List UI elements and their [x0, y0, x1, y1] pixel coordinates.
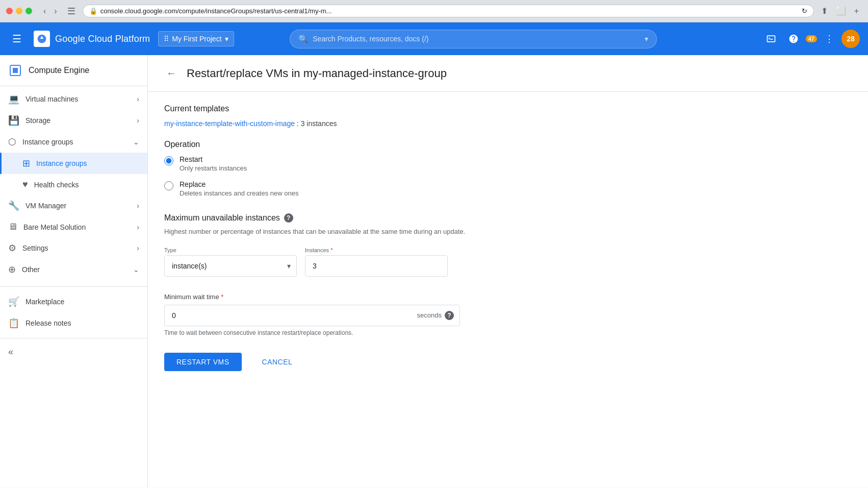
browser-actions: ⬆ ⬜ +: [818, 4, 862, 18]
project-name: My First Project: [172, 35, 221, 43]
replace-label[interactable]: Replace: [180, 180, 206, 188]
sidebar-item-label: Instance groups: [22, 138, 73, 146]
wait-time-suffix-text: seconds: [417, 311, 442, 319]
restart-option: Restart Only restarts instances: [164, 155, 621, 172]
type-select[interactable]: instance(s) %: [164, 255, 297, 277]
sidebar-item-label: Bare Metal Solution: [23, 223, 86, 231]
restart-vms-button[interactable]: RESTART VMS: [164, 353, 242, 371]
release-notes-icon: 📋: [8, 318, 19, 329]
template-info: my-instance-template-with-custom-image :…: [164, 119, 621, 128]
url-bar[interactable]: 🔒 console.cloud.google.com/compute/insta…: [83, 5, 814, 17]
sidebar-item-marketplace[interactable]: 🛒 Marketplace: [0, 291, 147, 312]
type-select-wrapper: instance(s) % ▾: [164, 255, 297, 277]
sidebar-item-settings[interactable]: ⚙ Settings ›: [0, 237, 147, 259]
health-checks-icon: ♥: [22, 179, 28, 190]
bare-metal-icon: 🖥: [8, 222, 17, 232]
back-button[interactable]: ‹: [40, 6, 49, 17]
operation-radio-group: Restart Only restarts instances Replace …: [164, 155, 621, 197]
sidebar-item-instance-groups-parent[interactable]: ⬡ Instance groups ⌄: [0, 131, 147, 153]
sidebar-toggle-button[interactable]: ☰: [64, 5, 79, 18]
sidebar-header: Compute Engine: [0, 55, 147, 86]
more-options-button[interactable]: ⋮: [819, 29, 839, 49]
sidebar-item-label: Other: [22, 265, 40, 274]
sidebar-item-health-checks[interactable]: ♥ Health checks: [0, 174, 147, 195]
forward-button[interactable]: ›: [51, 6, 60, 17]
sidebar-divider: [0, 286, 147, 287]
instances-field-group: Instances *: [305, 247, 448, 277]
project-dots-icon: ⠿: [164, 35, 169, 43]
sidebar-item-label: Release notes: [25, 319, 71, 327]
max-unavailable-help-icon[interactable]: ?: [284, 213, 293, 223]
operation-section: Operation Restart Only restarts instance…: [164, 140, 621, 197]
hamburger-menu-button[interactable]: ☰: [8, 29, 25, 49]
chevron-down-icon: ›: [137, 202, 139, 210]
app-layout: Compute Engine 💻 Virtual machines › 💾 St…: [0, 55, 868, 487]
sidebar-item-release-notes[interactable]: 📋 Release notes: [0, 312, 147, 334]
restart-radio[interactable]: [164, 156, 173, 165]
wait-time-help-icon[interactable]: ?: [445, 311, 454, 320]
chevron-down-icon: ›: [137, 95, 139, 103]
sidebar-item-storage[interactable]: 💾 Storage ›: [0, 110, 147, 131]
search-bar[interactable]: 🔍 Search Products, resources, docs (/) ▾: [290, 30, 657, 48]
lock-icon: 🔒: [89, 7, 97, 15]
cloud-shell-button[interactable]: [761, 29, 781, 49]
current-templates-section: Current templates my-instance-template-w…: [164, 104, 621, 128]
back-button[interactable]: ←: [164, 65, 178, 81]
max-unavailable-form-row: Type instance(s) % ▾ Instances: [164, 247, 621, 277]
vm-icon: 💻: [8, 93, 19, 105]
instance-groups-sub-icon: ⊞: [22, 158, 30, 169]
extensions-button[interactable]: ⬜: [833, 4, 849, 18]
sidebar-collapse-button[interactable]: «: [0, 343, 147, 361]
google-cloud-icon: [34, 31, 50, 47]
replace-option: Replace Deletes instances and creates ne…: [164, 180, 621, 197]
max-unavailable-heading: Maximum unavailable instances: [164, 213, 280, 223]
brand-name: Google Cloud Platform: [55, 34, 150, 44]
sidebar-item-label: Settings: [22, 244, 48, 252]
marketplace-icon: 🛒: [8, 296, 19, 307]
project-selector[interactable]: ⠿ My First Project ▾: [158, 31, 234, 46]
sidebar-item-label: Storage: [25, 116, 50, 125]
wait-time-label: Minimum wait time *: [164, 293, 621, 301]
replace-radio[interactable]: [164, 181, 173, 190]
close-window-button[interactable]: [6, 8, 13, 14]
max-unavailable-heading-row: Maximum unavailable instances ?: [164, 213, 621, 223]
top-nav: ☰ Google Cloud Platform ⠿ My First Proje…: [0, 22, 868, 55]
browser-chrome: ‹ › ☰ 🔒 console.cloud.google.com/compute…: [0, 0, 868, 22]
restart-label[interactable]: Restart: [180, 155, 202, 163]
sidebar-product-name: Compute Engine: [29, 66, 89, 75]
nav-actions: 47 ⋮ 28: [761, 29, 860, 49]
page-title: Restart/replace VMs in my-managed-instan…: [187, 67, 447, 80]
template-suffix: : 3 instances: [297, 119, 337, 128]
add-tab-button[interactable]: +: [851, 5, 862, 18]
maximize-window-button[interactable]: [25, 8, 32, 14]
sidebar-footer-divider: [0, 338, 147, 338]
sidebar-item-label: Instance groups: [36, 159, 87, 167]
refresh-icon[interactable]: ↻: [802, 7, 807, 15]
avatar[interactable]: 28: [841, 30, 860, 48]
vm-manager-icon: 🔧: [8, 200, 19, 211]
notifications-badge[interactable]: 47: [806, 35, 817, 42]
sidebar-item-instance-groups[interactable]: ⊞ Instance groups: [0, 153, 147, 174]
minimize-window-button[interactable]: [16, 8, 22, 14]
instances-input[interactable]: [305, 255, 448, 277]
other-icon: ⊕: [8, 264, 16, 275]
search-icon: 🔍: [298, 34, 309, 44]
sidebar-item-other[interactable]: ⊕ Other ⌄: [0, 259, 147, 280]
sidebar-section-main: 💻 Virtual machines › 💾 Storage › ⬡ Insta…: [0, 86, 147, 282]
form-content: Current templates my-instance-template-w…: [148, 92, 637, 383]
browser-nav: ‹ ›: [40, 6, 60, 17]
cancel-button[interactable]: CANCEL: [250, 353, 305, 371]
url-text: console.cloud.google.com/compute/instanc…: [100, 7, 799, 15]
sidebar-item-virtual-machines[interactable]: 💻 Virtual machines ›: [0, 88, 147, 110]
chevron-down-icon: ›: [137, 244, 139, 252]
help-button[interactable]: [783, 29, 804, 49]
search-placeholder-text: Search Products, resources, docs (/): [313, 35, 641, 43]
template-link[interactable]: my-instance-template-with-custom-image: [164, 119, 295, 128]
share-button[interactable]: ⬆: [818, 4, 831, 18]
sidebar: Compute Engine 💻 Virtual machines › 💾 St…: [0, 55, 148, 487]
sidebar-item-bare-metal[interactable]: 🖥 Bare Metal Solution ›: [0, 216, 147, 237]
type-label: Type: [164, 247, 297, 253]
sidebar-item-vm-manager[interactable]: 🔧 VM Manager ›: [0, 195, 147, 216]
storage-icon: 💾: [8, 115, 19, 126]
wait-time-input[interactable]: [164, 305, 460, 326]
